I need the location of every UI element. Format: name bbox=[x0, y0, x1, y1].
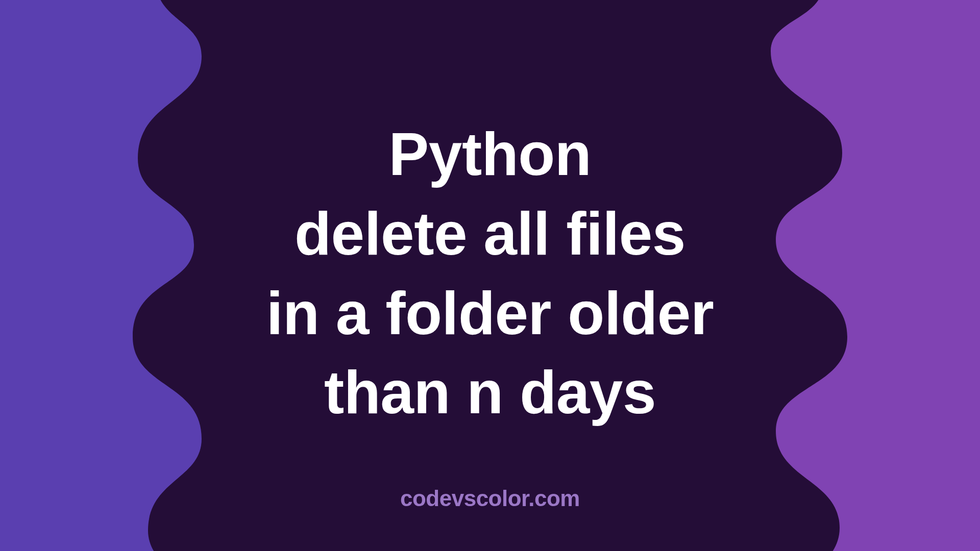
title-line: in a folder older bbox=[0, 274, 980, 354]
site-credit: codevscolor.com bbox=[0, 486, 980, 511]
title-line: delete all files bbox=[0, 194, 980, 274]
page-title: Python delete all files in a folder olde… bbox=[0, 115, 980, 433]
title-line: than n days bbox=[0, 353, 980, 433]
title-line: Python bbox=[0, 115, 980, 194]
banner: Python delete all files in a folder olde… bbox=[0, 0, 980, 551]
